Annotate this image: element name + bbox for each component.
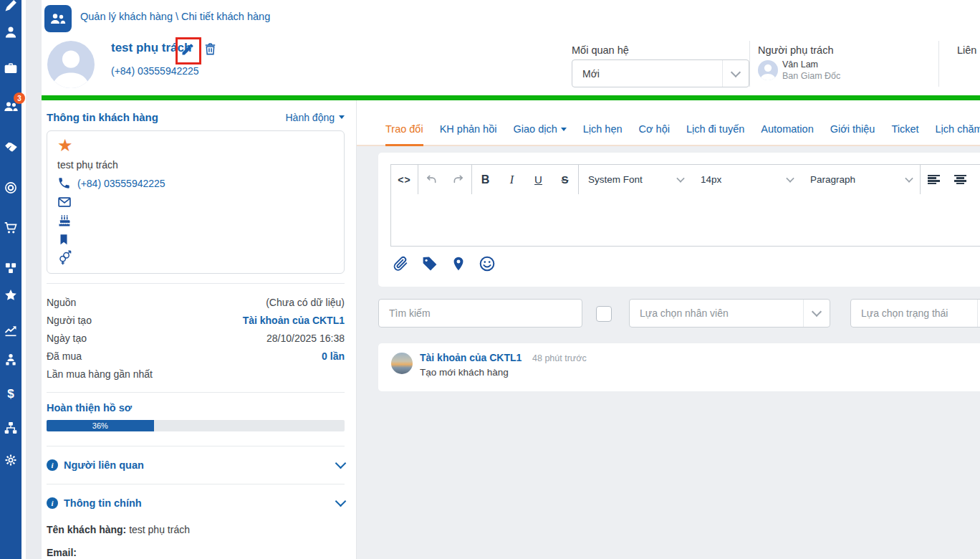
assignee-label: Người phụ trách <box>758 44 833 56</box>
chevron-down-icon <box>676 174 684 182</box>
detail-value: (Chưa có dữ liệu) <box>266 297 345 308</box>
align-right-button[interactable] <box>974 165 980 194</box>
customers-icon[interactable]: 3 <box>3 98 19 114</box>
main-info-row: Email: <box>47 547 345 558</box>
dollar-icon[interactable]: $ <box>3 386 19 402</box>
header-divider <box>938 41 939 87</box>
summary-phone[interactable]: (+84) 03555942225 <box>77 178 165 189</box>
user-icon[interactable] <box>3 24 19 40</box>
tab-automation[interactable]: Automation <box>761 123 813 145</box>
tab-lich-cham-soc[interactable]: Lịch chăm sóc <box>936 123 980 145</box>
info-icon: i <box>47 497 58 509</box>
activity-feed-item: Tài khoản của CKTL1 48 phút trước Tạo mớ… <box>378 343 980 391</box>
bold-button[interactable]: B <box>472 165 499 194</box>
filter-checkbox[interactable] <box>596 306 612 322</box>
module-customers-icon[interactable] <box>44 5 72 32</box>
detail-row: Lần mua hàng gần nhất <box>47 365 345 383</box>
chevron-down-icon[interactable] <box>335 496 347 507</box>
tab-co-hoi[interactable]: Cơ hội <box>639 123 670 145</box>
briefcase-icon[interactable] <box>3 60 19 76</box>
detail-row: Đã mua0 lần <box>47 347 345 365</box>
tab-giao-dich[interactable]: Giao dịch <box>513 123 566 145</box>
search-input[interactable] <box>378 299 582 328</box>
emoji-icon[interactable] <box>479 255 496 272</box>
trend-chart-icon[interactable] <box>3 323 19 339</box>
user-org-icon[interactable] <box>3 352 19 368</box>
employee-select-placeholder: Lựa chọn nhân viên <box>630 307 803 319</box>
actions-label: Hành động <box>285 112 335 123</box>
section-related-people[interactable]: iNgười liên quan <box>47 456 345 474</box>
chevron-down-icon[interactable] <box>722 60 749 87</box>
italic-button[interactable]: I <box>499 165 525 194</box>
underline-button[interactable]: U <box>525 165 552 194</box>
font-family-select[interactable]: System Font <box>579 165 691 194</box>
editor-text-area[interactable] <box>390 194 980 247</box>
gear-icon[interactable] <box>3 452 19 468</box>
section-main-info[interactable]: iThông tin chính <box>47 494 345 512</box>
chevron-down-icon[interactable] <box>335 458 347 469</box>
assignee-avatar <box>758 60 778 80</box>
chevron-down-icon[interactable] <box>977 300 980 327</box>
font-size-select[interactable]: 14px <box>691 165 801 194</box>
attachment-icon[interactable] <box>392 255 409 272</box>
panel-title: Thông tin khách hàng <box>47 111 158 123</box>
feed-timestamp: 48 phút trước <box>532 353 587 363</box>
info-value: test phụ trách <box>129 524 190 535</box>
feed-author-name[interactable]: Tài khoản của CKTL1 <box>420 352 522 363</box>
header-divider <box>749 41 750 87</box>
strikethrough-button[interactable]: S <box>552 165 578 194</box>
align-left-button[interactable] <box>921 165 947 194</box>
editor-toolbar: <> B I U S System Font 14px Paragraph <box>390 164 980 195</box>
tab-kh-phan-hoi[interactable]: KH phản hồi <box>440 123 497 145</box>
comment-editor-card: <> B I U S System Font 14px Paragraph <box>378 153 980 287</box>
customer-info-panel: Thông tin khách hàng Hành động ★ test ph… <box>42 100 356 559</box>
detail-value-link[interactable]: Tài khoản của CKTL1 <box>243 315 345 326</box>
caret-down-icon <box>339 115 345 119</box>
tab-ticket[interactable]: Ticket <box>891 123 918 145</box>
redo-button[interactable] <box>445 165 471 194</box>
undo-button[interactable] <box>418 165 445 194</box>
email-icon[interactable] <box>57 195 72 209</box>
profile-completion-title: Hoàn thiện hồ sơ <box>47 402 345 414</box>
tab-gioi-thieu[interactable]: Giới thiệu <box>830 123 875 145</box>
chevron-down-icon[interactable] <box>803 300 830 327</box>
star-icon[interactable] <box>3 287 19 303</box>
tab-lich-hen[interactable]: Lịch hẹn <box>583 123 623 145</box>
tab-lich-di-tuyen[interactable]: Lịch đi tuyến <box>686 123 744 145</box>
customer-avatar <box>47 41 95 88</box>
block-format-select[interactable]: Paragraph <box>801 165 920 194</box>
birthday-cake-icon[interactable] <box>57 214 72 228</box>
pen-icon[interactable] <box>3 0 19 14</box>
bookmark-icon[interactable] <box>57 233 70 246</box>
detail-row: Nguồn(Chưa có dữ liệu) <box>47 293 345 311</box>
tab-trao-doi[interactable]: Trao đổi <box>385 123 423 146</box>
section-title: Thông tin chính <box>64 497 142 509</box>
target-icon[interactable] <box>3 180 19 196</box>
status-green-bar <box>42 95 980 100</box>
customer-phone[interactable]: (+84) 03555942225 <box>111 65 199 77</box>
tag-icon[interactable] <box>421 255 438 272</box>
relationship-select[interactable]: Mới <box>572 59 749 87</box>
sitemap-icon[interactable] <box>3 420 19 436</box>
align-center-button[interactable] <box>947 165 974 194</box>
cart-icon[interactable] <box>3 220 19 236</box>
location-pin-icon[interactable] <box>451 256 466 272</box>
breadcrumb[interactable]: Quản lý khách hàng \ Chi tiết khách hàng <box>80 11 270 22</box>
detail-row: Người tạoTài khoản của CKTL1 <box>47 311 345 329</box>
delete-customer-icon[interactable] <box>203 42 217 57</box>
phone-icon <box>57 176 71 190</box>
section-title: Người liên quan <box>64 459 144 471</box>
status-select[interactable]: Lựa chọn trạng thái <box>850 299 980 328</box>
actions-dropdown[interactable]: Hành động <box>285 112 345 123</box>
relationship-value: Mới <box>572 68 722 80</box>
employee-select[interactable]: Lựa chọn nhân viên <box>629 299 830 328</box>
gender-icon[interactable] <box>57 250 72 265</box>
detail-label: Đã mua <box>47 350 82 362</box>
source-code-button[interactable]: <> <box>391 165 418 194</box>
favorite-star-icon[interactable]: ★ <box>57 137 73 154</box>
detail-value-link[interactable]: 0 lần <box>322 350 345 362</box>
modules-icon[interactable] <box>3 260 19 276</box>
detail-label: Nguồn <box>47 297 76 308</box>
annotation-highlight-box <box>176 37 201 64</box>
handshake-icon[interactable] <box>3 139 19 155</box>
